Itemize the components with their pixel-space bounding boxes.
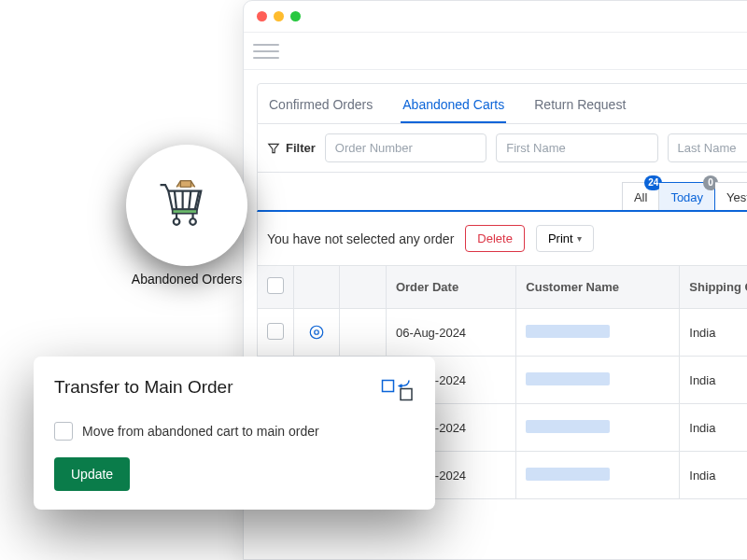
update-button[interactable]: Update [54,457,130,491]
filter-label-text: Filter [286,141,316,155]
view-order-icon[interactable] [303,320,330,344]
print-button-label: Print [548,231,573,245]
order-tabs: Confirmed Orders Abandoned Carts Return … [257,83,747,124]
print-button[interactable]: Print ▾ [536,225,594,252]
svg-point-2 [315,330,319,335]
transfer-icon [381,377,415,407]
transfer-modal: Transfer to Main Order Move from abandon… [34,357,435,510]
redacted-name [526,468,610,481]
col-view [294,266,340,309]
svg-point-17 [174,218,180,225]
table-row: 06-Aug-2024 India [258,309,748,357]
subtab-yesterday[interactable]: Yesterday 0 [715,182,747,210]
bulk-actions-row: You have not selected any order Delete P… [257,212,747,265]
cell-customer-name [516,357,680,404]
redacted-name [526,325,610,338]
col-customer-name: Customer Name [516,266,680,309]
subtab-today[interactable]: Today 0 [659,182,715,210]
cell-customer-name [516,309,680,357]
abandoned-orders-badge: Abandoned Orders [103,145,271,287]
date-filter-row: All 24 Today 0 Yesterday 0 Last [257,173,747,212]
delete-button[interactable]: Delete [465,225,525,252]
redacted-name [526,372,610,385]
first-name-input[interactable] [496,133,657,162]
svg-rect-14 [173,209,197,213]
cell-shipping-country: India [680,309,747,357]
filter-bar: Filter [257,124,747,173]
svg-rect-13 [180,181,190,188]
top-toolbar [244,33,747,70]
svg-point-1 [310,326,323,339]
move-checkbox-row[interactable]: Move from abandoned cart to main order [54,422,415,441]
selection-message: You have not selected any order [267,231,454,246]
redacted-name [526,420,610,433]
badge-circle [126,145,247,266]
last-name-input[interactable] [668,133,747,162]
row-checkbox[interactable] [267,323,284,340]
tab-abandoned-carts[interactable]: Abandoned Carts [401,91,506,123]
cell-customer-name [516,404,680,452]
date-filter-tabs: All 24 Today 0 Yesterday 0 Last [622,182,747,210]
svg-line-11 [189,191,190,210]
cell-customer-name [516,452,680,499]
caret-down-icon: ▾ [577,233,582,244]
shopping-cart-icon [154,173,219,238]
subtab-today-label: Today [670,190,703,204]
cell-shipping-country: India [680,452,747,499]
col-id [340,266,387,309]
svg-rect-20 [401,389,412,400]
minimize-window-icon[interactable] [274,11,284,21]
close-window-icon[interactable] [257,11,267,21]
col-order-date: Order Date [386,266,515,309]
subtab-all[interactable]: All 24 [622,182,659,210]
badge-caption: Abandoned Orders [103,272,271,287]
tab-return-request[interactable]: Return Request [532,91,627,123]
cell-shipping-country: India [680,404,747,452]
svg-line-9 [175,191,176,210]
subtab-all-label: All [634,190,647,204]
svg-point-18 [190,218,196,225]
filter-label: Filter [267,141,316,155]
col-shipping-country: Shipping Count [680,266,747,309]
subtab-yesterday-label: Yesterday [726,190,747,204]
cell-shipping-country: India [680,357,747,404]
window-controls [257,11,301,21]
move-checkbox[interactable] [54,422,73,441]
move-checkbox-label: Move from abandoned cart to main order [82,424,319,439]
cell-order-date: 06-Aug-2024 [386,309,515,357]
maximize-window-icon[interactable] [290,11,301,21]
menu-icon[interactable] [253,42,279,61]
tab-confirmed-orders[interactable]: Confirmed Orders [267,91,374,123]
svg-rect-19 [383,381,394,392]
order-number-input[interactable] [325,133,486,162]
modal-title: Transfer to Main Order [54,377,233,398]
window-titlebar [244,1,747,33]
